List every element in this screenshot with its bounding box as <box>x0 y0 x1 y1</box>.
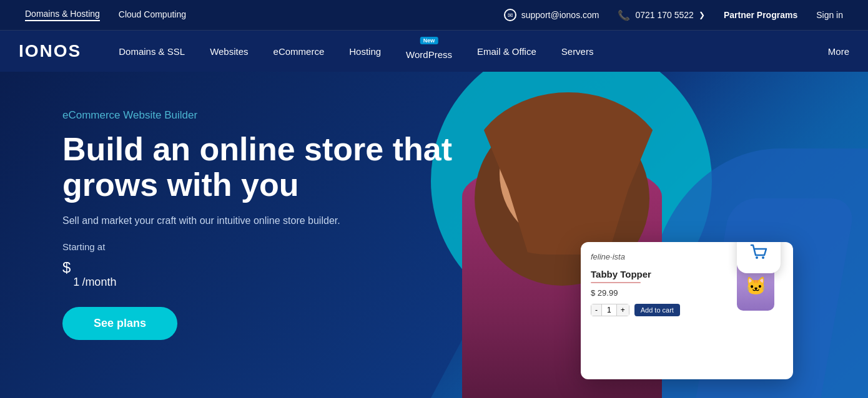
hero-price: $1/month <box>62 255 512 292</box>
hero-title: Build an online store that grows with yo… <box>62 132 512 203</box>
qty-value: 1 <box>601 304 617 316</box>
cart-icon <box>746 242 771 264</box>
new-badge: New <box>420 37 438 44</box>
qty-minus-button[interactable]: - <box>591 304 601 316</box>
support-icon: ✉ <box>504 9 516 21</box>
chevron-right-icon: ❯ <box>699 11 705 19</box>
support-email: support@ionos.com <box>521 10 599 20</box>
nav-email-office[interactable]: Email & Office <box>465 31 549 72</box>
quantity-selector[interactable]: - 1 + <box>591 304 629 316</box>
svg-point-2 <box>762 256 764 259</box>
qty-plus-button[interactable]: + <box>617 304 629 316</box>
svg-point-1 <box>756 256 758 259</box>
hero-section: eCommerce Website Builder Build an onlin… <box>0 72 868 398</box>
cart-icon-box <box>737 242 781 273</box>
topnav-cloud-computing[interactable]: Cloud Computing <box>119 9 186 21</box>
nav-servers[interactable]: Servers <box>549 31 606 72</box>
nav-ecommerce[interactable]: eCommerce <box>261 31 337 72</box>
nav-bar: IONOS Domains & SSL Websites eCommerce H… <box>0 31 868 72</box>
topnav-domains-hosting[interactable]: Domains & Hosting <box>25 9 100 21</box>
nav-more[interactable]: More <box>828 46 849 57</box>
see-plans-button[interactable]: See plans <box>62 307 177 340</box>
support-contact[interactable]: ✉ support@ionos.com <box>504 9 599 21</box>
logo-text: IONOS <box>19 41 81 61</box>
phone-contact[interactable]: 📞 0721 170 5522 ❯ <box>618 9 704 21</box>
top-bar: Domains & Hosting Cloud Computing ✉ supp… <box>0 0 868 31</box>
partner-programs-link[interactable]: Partner Programs <box>724 10 797 20</box>
nav-websites[interactable]: Websites <box>197 31 260 72</box>
nav-hosting[interactable]: Hosting <box>337 31 393 72</box>
phone-number: 0721 170 5522 <box>635 10 693 20</box>
hero-subtitle: eCommerce Website Builder <box>62 109 512 122</box>
add-to-cart-button[interactable]: Add to cart <box>634 304 680 316</box>
hero-description: Sell and market your craft with our intu… <box>62 215 512 226</box>
nav-domains-ssl[interactable]: Domains & SSL <box>106 31 197 72</box>
hero-content: eCommerce Website Builder Build an onlin… <box>62 109 512 340</box>
hero-price-label: Starting at <box>62 241 512 252</box>
top-bar-left: Domains & Hosting Cloud Computing <box>25 9 504 21</box>
signin-link[interactable]: Sign in <box>816 10 843 20</box>
top-bar-right: ✉ support@ionos.com 📞 0721 170 5522 ❯ Pa… <box>504 9 843 21</box>
phone-icon: 📞 <box>618 9 630 21</box>
nav-wordpress[interactable]: New WordPress <box>393 31 465 72</box>
svg-rect-0 <box>746 242 771 264</box>
laptop-mock: feline·ista Tabby Topper $ 29.99 - 1 + A… <box>581 242 793 379</box>
logo[interactable]: IONOS <box>19 41 81 61</box>
decorative-line <box>591 282 641 283</box>
nav-links: Domains & SSL Websites eCommerce Hosting… <box>106 31 828 72</box>
